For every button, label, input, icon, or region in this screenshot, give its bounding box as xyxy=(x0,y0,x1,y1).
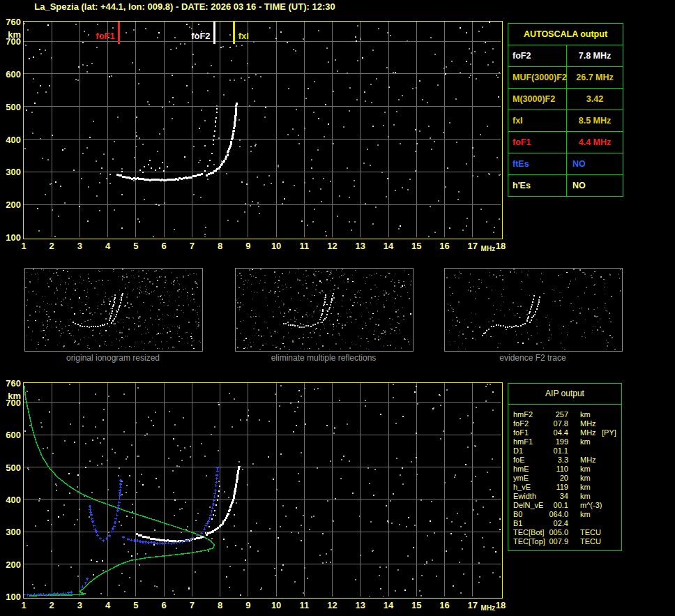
aip-row-B0: B0064.0km xyxy=(508,510,621,519)
x-tick-label: 1 xyxy=(21,241,26,251)
aip-value: 257 xyxy=(533,410,568,419)
thumbnail-f2-evidence xyxy=(444,268,623,352)
x-tick-label: 8 xyxy=(218,600,222,610)
autoscala-table-header: AUTOSCALA output xyxy=(508,24,623,45)
autoscala-param-value: 26.7 MHz xyxy=(567,67,623,88)
x-tick-label: 13 xyxy=(356,241,365,251)
x-tick-label: 2 xyxy=(50,600,54,610)
autoscala-row-M(3000)F2: M(3000)F23.42 xyxy=(508,88,623,110)
grid-lines xyxy=(24,383,501,596)
aip-row-foF2: foF207.8MHz xyxy=(508,419,621,428)
x-tick-label: 6 xyxy=(162,241,167,251)
grid-lines xyxy=(24,22,501,237)
aip-unit: MHz xyxy=(580,456,596,464)
aip-value: 3.3 xyxy=(533,456,568,464)
aip-row-Ewidth: Ewidth34km xyxy=(508,492,621,501)
x-tick-label: 11 xyxy=(299,241,309,251)
autoscala-output-screen: La_Spezia (lat: +44.1, lon: 009.8) - DAT… xyxy=(0,0,675,616)
autoscala-param-value: 7.8 MHz xyxy=(567,45,623,66)
aip-row-B1: B102.4 xyxy=(508,519,621,528)
x-tick-label: 1 xyxy=(21,600,26,610)
aip-value: 064.0 xyxy=(533,510,568,518)
autoscala-param-label: foF2 xyxy=(508,45,567,66)
autoscala-param-label: ftEs xyxy=(508,153,567,174)
aip-unit: MHz xyxy=(580,419,596,428)
autoscala-param-value: NO xyxy=(567,175,623,196)
x-axis-unit: MHz xyxy=(481,245,496,253)
y-tick-label: 100 xyxy=(0,592,21,602)
thumbnail-original-ionogram xyxy=(24,268,203,352)
x-tick-label: 17 xyxy=(468,600,478,610)
aip-label: D1 xyxy=(513,446,523,455)
aip-unit: km xyxy=(580,437,591,446)
x-tick-label: 2 xyxy=(50,241,54,251)
aip-unit: m^(-3) xyxy=(580,501,602,509)
x-axis-unit: MHz xyxy=(481,604,496,612)
autoscala-row-fxI: fxI8.5 MHz xyxy=(508,110,623,131)
top-ionogram-canvas xyxy=(24,22,501,237)
aip-label: h_vE xyxy=(513,483,531,491)
autoscala-row-foF1: foF14.4 MHz xyxy=(508,131,623,153)
x-tick-label: 8 xyxy=(218,241,222,251)
aip-row-ymE: ymE20km xyxy=(508,474,621,483)
x-tick-label: 16 xyxy=(439,600,449,610)
thumbnail-caption-original: original ionogram resized xyxy=(24,353,202,363)
x-tick-label: 11 xyxy=(299,600,309,610)
x-tick-label: 17 xyxy=(468,241,478,251)
aip-note: [PY] xyxy=(602,428,616,437)
aip-value: 007.9 xyxy=(533,537,568,546)
aip-row-h_vE: h_vE119km xyxy=(508,483,621,492)
autoscala-param-value: NO xyxy=(567,153,623,174)
aip-unit: km xyxy=(580,510,591,518)
autoscala-param-value: 8.5 MHz xyxy=(567,110,623,131)
aip-row-foF1: foF104.4MHz[PY] xyxy=(508,428,621,437)
thumbnail-original-canvas xyxy=(25,269,201,350)
aip-unit: TECU xyxy=(580,528,601,536)
top-ionogram-plot xyxy=(23,21,503,239)
foF2-marker-label: foF2 xyxy=(179,31,211,41)
aip-row-TEC[Top]: TEC[Top]007.9TECU xyxy=(508,537,621,546)
x-tick-label: 7 xyxy=(190,600,195,610)
trace-F-trace-flat xyxy=(116,173,203,181)
y-tick-label: 760 xyxy=(0,17,21,27)
aip-label: hmF2 xyxy=(513,410,533,419)
aip-value: 005.0 xyxy=(533,528,568,536)
x-tick-label: 18 xyxy=(496,600,506,610)
x-tick-label: 9 xyxy=(245,600,250,610)
aip-unit: MHz xyxy=(580,428,596,437)
trace-fitted-F2-trace xyxy=(122,467,219,546)
aip-value: 199 xyxy=(533,437,568,446)
x-tick-label: 10 xyxy=(271,600,281,610)
y-tick-label: 300 xyxy=(0,167,21,177)
x-tick-label: 12 xyxy=(327,600,337,610)
y-tick-label: 100 xyxy=(0,232,21,243)
aip-label: foF1 xyxy=(513,428,529,437)
thumbnail-cleaned-ionogram xyxy=(235,268,414,352)
aip-row-hmF2: hmF2257km xyxy=(508,410,621,419)
aip-unit: km xyxy=(580,492,591,500)
y-tick-label: 600 xyxy=(0,430,21,440)
y-tick-label: 200 xyxy=(0,200,21,210)
page-title: La_Spezia (lat: +44.1, lon: 009.8) - DAT… xyxy=(0,1,370,12)
autoscala-param-label: foF1 xyxy=(508,132,567,153)
trace-E-trace-scatter xyxy=(91,559,103,562)
aip-row-DelN_vE: DelN_vE00.1m^(-3) xyxy=(508,501,621,510)
trace-restored-o-mode-rise xyxy=(205,486,220,533)
autoscala-table: AUTOSCALA output foF27.8 MHzMUF(3000)F22… xyxy=(508,23,623,197)
aip-table: AIP output hmF2257kmfoF207.8MHzfoF104.4M… xyxy=(508,383,622,551)
aip-unit: TECU xyxy=(580,537,601,546)
y-axis-unit: km xyxy=(0,29,21,40)
x-tick-label: 15 xyxy=(411,241,421,251)
aip-value: 04.4 xyxy=(533,428,568,437)
x-tick-label: 14 xyxy=(384,600,393,610)
aip-value: 01.1 xyxy=(533,446,568,455)
y-tick-label: 500 xyxy=(0,463,21,473)
thumbnail-f2-canvas xyxy=(445,269,621,350)
x-tick-label: 3 xyxy=(77,241,82,251)
x-tick-label: 6 xyxy=(162,600,167,610)
autoscala-param-value: 4.4 MHz xyxy=(567,132,623,153)
aip-row-hmF1: hmF1199km xyxy=(508,437,621,446)
x-tick-label: 4 xyxy=(105,600,110,610)
bottom-ionogram-plot xyxy=(23,382,503,599)
aip-label: hmF1 xyxy=(513,437,533,446)
